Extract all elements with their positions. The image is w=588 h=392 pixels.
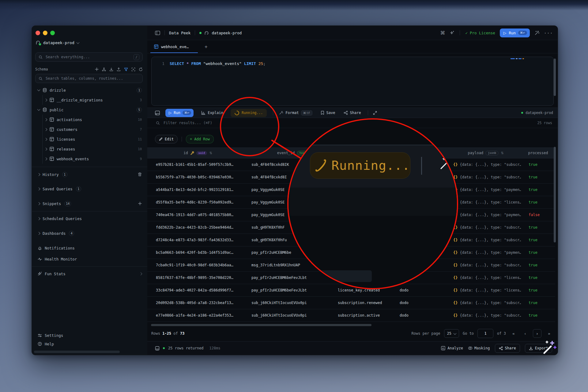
next-page-button[interactable]: ›: [533, 329, 541, 338]
first-page-button[interactable]: «: [510, 329, 518, 337]
cell-processed[interactable]: true: [521, 263, 555, 267]
cell-processed[interactable]: true: [521, 301, 555, 305]
zoom-window-button[interactable]: [50, 31, 55, 35]
cell-processed[interactable]: true: [521, 276, 555, 280]
share-button[interactable]: Share: [344, 111, 361, 115]
cell-payload[interactable]: {}{data: {...}, type: "paymen…: [450, 213, 521, 217]
grid-scrollbar[interactable]: [554, 147, 556, 242]
cell-id[interactable]: a544ba71-8e13-4e2d-bfc2-9923129181…: [147, 188, 248, 192]
results-panel-icon[interactable]: [155, 111, 160, 115]
column-header-processed[interactable]: processed: [521, 151, 555, 155]
cell-id[interactable]: 8581f637-67fe-48bf-9895-35e708d220…: [147, 276, 248, 280]
cell-payload[interactable]: {}{data: {...}, type: "subscr…: [450, 313, 521, 318]
cell-processed[interactable]: true: [521, 288, 555, 292]
cell-id[interactable]: fdd3622b-2aca-4423-82cb-25bee9464d…: [147, 225, 248, 230]
save-button[interactable]: Save: [321, 111, 335, 115]
cell-processed[interactable]: true: [521, 250, 555, 255]
table-node-activations[interactable]: activations10: [32, 115, 147, 124]
format-button[interactable]: Format ⌘⇧F: [279, 110, 312, 116]
sidebar-item-snippets[interactable]: Snippets 14: [32, 199, 147, 208]
table-node-webhook_events[interactable]: webhook_events9: [32, 154, 147, 164]
share-results-button[interactable]: Share: [495, 344, 520, 353]
sidebar-item-help[interactable]: Help: [32, 339, 147, 348]
magic-wand-icon[interactable]: [534, 30, 540, 36]
cell-event-id[interactable]: sub_j60CkiHTtIocuoEVUx0pi: [248, 313, 337, 318]
global-search[interactable]: /: [35, 52, 143, 62]
cell-payload[interactable]: {}{data: {...}, type: "paymen…: [450, 188, 521, 192]
close-window-button[interactable]: [36, 31, 40, 35]
schema-search[interactable]: [35, 74, 143, 83]
cell-processed[interactable]: true: [521, 313, 555, 318]
cell-event-type[interactable]: subscription.renewed: [337, 301, 397, 305]
column-header-payload[interactable]: payload jsonb ⇅: [450, 151, 521, 155]
cell-payload[interactable]: {}{data: {...}, type: "subscr…: [450, 238, 521, 242]
cell-source[interactable]: dodo: [397, 288, 450, 292]
chevron-right-icon[interactable]: [44, 98, 47, 101]
table-row[interactable]: e77e0866-a1fa-4e24-a186-e22a4ef353…sub_j…: [147, 309, 555, 322]
trash-icon[interactable]: [138, 172, 142, 177]
chevron-right-icon[interactable]: [44, 128, 47, 131]
add-row-button[interactable]: + Add Row: [186, 135, 214, 143]
sidebar-item-fun-stats[interactable]: Fun Stats: [32, 269, 147, 278]
more-menu-icon[interactable]: ···: [544, 31, 553, 35]
chevron-right-icon[interactable]: [44, 147, 47, 150]
cell-id[interactable]: e77e0866-a1fa-4e24-a186-e22a4ef353…: [147, 313, 248, 318]
table-row[interactable]: 20d092d8-538b-405d-a7a8-232cbeaf13…sub_j…: [147, 297, 555, 309]
last-page-button[interactable]: »: [545, 329, 553, 337]
expand-icon[interactable]: [373, 111, 377, 115]
sidebar-item-scheduled-queries[interactable]: Scheduled Queries: [32, 214, 147, 223]
cell-id[interactable]: 33c84794-ade3-4027-842a-d586d996f7…: [147, 288, 248, 292]
table-node-licenses[interactable]: licenses11: [32, 134, 147, 144]
import-icon[interactable]: [109, 67, 113, 71]
sidebar-item-notifications[interactable]: Notifications: [32, 243, 147, 253]
refresh-icon[interactable]: [139, 67, 143, 71]
new-tab-button[interactable]: +: [205, 44, 208, 50]
cell-payload[interactable]: {}{data: {...}, type: "subscr…: [450, 263, 521, 267]
cell-processed[interactable]: true: [521, 200, 555, 204]
masking-button[interactable]: Masking: [468, 346, 490, 350]
cell-event-id[interactable]: pay_pfIr2uHCEBM6beFevJLbt: [248, 276, 337, 280]
add-icon[interactable]: [95, 67, 99, 71]
er-diagram-icon[interactable]: [102, 67, 106, 71]
add-snippet-icon[interactable]: [138, 202, 142, 205]
cell-payload[interactable]: {}{data: {...}, type: "paymen…: [450, 250, 521, 255]
cell-processed[interactable]: true: [521, 188, 555, 192]
table-node-customers[interactable]: customers7: [32, 124, 147, 134]
chevron-right-icon[interactable]: [44, 118, 47, 121]
schema-node-drizzle[interactable]: drizzle1: [32, 85, 147, 95]
sort-icon[interactable]: ⇅: [209, 151, 212, 155]
sidebar-item-saved-queries[interactable]: Saved Queries 1: [32, 184, 147, 193]
command-palette-icon[interactable]: ⌘: [440, 30, 445, 36]
run-button[interactable]: ▷ Run ⌘↵: [165, 109, 194, 117]
chevron-right-icon[interactable]: [44, 138, 47, 141]
editor-scrollbar[interactable]: [554, 59, 556, 96]
page-size-select[interactable]: 25: [444, 329, 459, 338]
cell-payload[interactable]: {}{data: {...}, type: "subscr…: [450, 301, 521, 305]
cell-id[interactable]: b55675f9-a77b-4030-b05c-039467e030…: [147, 175, 248, 179]
cell-payload[interactable]: {}{data: {...}, type: "licens…: [450, 200, 521, 204]
filter-icon[interactable]: [124, 67, 128, 71]
cell-id[interactable]: 740ea476-1913-4dd7-a075-4018575b80…: [147, 213, 248, 217]
cell-source[interactable]: dodo: [397, 313, 450, 318]
cell-processed[interactable]: true: [521, 162, 555, 167]
page-number-input[interactable]: [477, 329, 493, 338]
cell-event-id[interactable]: pay_pfIr2uHCEBM6beFevJLbt: [248, 288, 337, 292]
results-log-icon[interactable]: [155, 346, 160, 351]
explain-button[interactable]: Explain: [201, 111, 223, 115]
cell-payload[interactable]: {}{data: {...}, type: "subscr…: [450, 175, 521, 179]
chevron-right-icon[interactable]: [44, 157, 47, 160]
chevron-down-icon[interactable]: [37, 108, 40, 111]
sidebar-toggle-icon[interactable]: [155, 31, 160, 35]
ai-sparkles-icon[interactable]: [450, 30, 454, 35]
cell-processed[interactable]: true: [521, 225, 555, 230]
cell-id[interactable]: bc5a0663-b694-420f-bd3b-1d4f51d9ac…: [147, 250, 248, 255]
focus-icon[interactable]: [131, 67, 135, 71]
analyze-button[interactable]: Analyze: [441, 346, 463, 350]
schema-node-public[interactable]: public5: [32, 105, 147, 115]
horizontal-scrollbar[interactable]: [151, 324, 371, 326]
edit-button[interactable]: Edit: [155, 135, 178, 143]
sort-icon[interactable]: ⇅: [501, 151, 503, 155]
cell-payload[interactable]: {}{data: {...}, type: "licens…: [450, 276, 521, 280]
sql-editor[interactable]: 1 SELECT * FROM "webhook_events" LIMIT 2…: [151, 57, 554, 106]
cell-id[interactable]: d7248c4a-e873-47a3-983f-fa43632d33…: [147, 238, 248, 242]
